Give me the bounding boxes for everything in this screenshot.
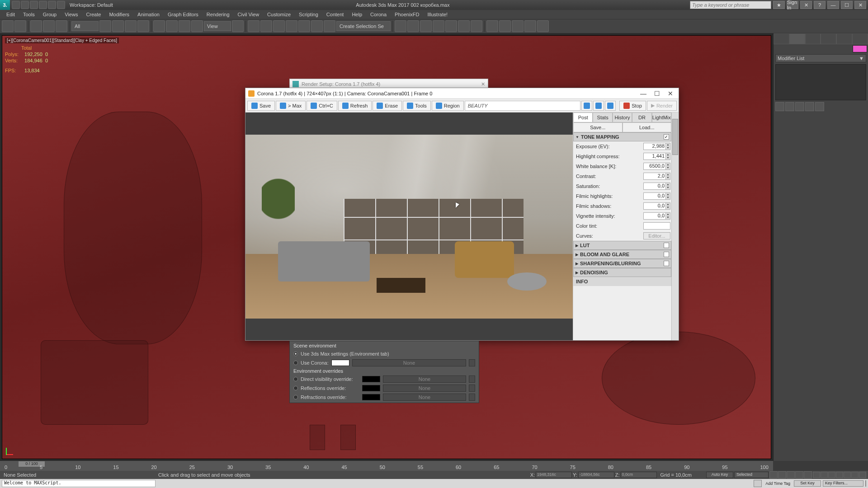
display-tab[interactable] bbox=[836, 33, 852, 44]
show-end-result-icon[interactable] bbox=[785, 102, 794, 111]
vfb-post-save-button[interactable]: Save... bbox=[573, 122, 623, 132]
tone-mapping-checkbox[interactable]: ✓ bbox=[664, 134, 669, 140]
manipulate-icon[interactable] bbox=[248, 20, 259, 32]
nav-fov-icon[interactable] bbox=[844, 472, 851, 478]
select-object-icon[interactable] bbox=[99, 20, 111, 32]
vfb-titlebar[interactable]: Corona 1.7 (hotfix 4) | 724×407px (1:1) … bbox=[245, 88, 679, 99]
highlight-spinner[interactable]: 1,441▲▼ bbox=[643, 153, 670, 160]
transform-type-icon[interactable] bbox=[521, 471, 529, 479]
vfb-post-load-button[interactable]: Load... bbox=[623, 122, 672, 132]
keyfilters-button[interactable]: Key Filters... bbox=[823, 480, 863, 487]
render-production-icon[interactable] bbox=[512, 20, 524, 32]
bloom-header[interactable]: ▶BLOOM AND GLARE bbox=[573, 250, 671, 259]
vfb-copy-button[interactable]: Ctrl+C bbox=[307, 101, 337, 111]
configure-sets-icon[interactable] bbox=[815, 102, 824, 111]
rendered-frame-icon[interactable] bbox=[499, 20, 511, 32]
ref-coord-dropdown[interactable]: View bbox=[204, 21, 231, 31]
nav-zoom-ext-icon[interactable] bbox=[836, 472, 843, 478]
viewport-label[interactable]: [+][CoronaCamera001][Standard][Clay + Ed… bbox=[5, 38, 119, 43]
lut-header[interactable]: ▶LUT bbox=[573, 241, 671, 250]
menu-group[interactable]: Group bbox=[39, 11, 61, 18]
y-coord-field[interactable]: -18804,56c bbox=[578, 472, 614, 478]
nav2-7-icon[interactable] bbox=[865, 486, 866, 487]
object-color-swatch[interactable] bbox=[853, 45, 867, 52]
filmic-highlights-spinner[interactable]: 0,0▲▼ bbox=[643, 192, 670, 200]
corona-env-map[interactable]: None bbox=[352, 359, 466, 366]
vfb-to-max-button[interactable]: > Max bbox=[276, 101, 306, 111]
x-coord-field[interactable]: 1948,316c bbox=[536, 472, 572, 478]
motion-tab[interactable] bbox=[821, 33, 836, 44]
lut-checkbox[interactable] bbox=[664, 243, 669, 248]
render-setup-close-icon[interactable]: ✕ bbox=[481, 81, 485, 87]
select-name-icon[interactable] bbox=[112, 20, 124, 32]
remove-modifier-icon[interactable] bbox=[805, 102, 814, 111]
qat-save-icon[interactable] bbox=[30, 1, 38, 9]
close-button[interactable]: ✕ bbox=[854, 1, 866, 9]
maxscript-listener[interactable]: Welcome to MAXScript. bbox=[2, 480, 156, 487]
tone-mapping-header[interactable]: ▼TONE MAPPING✓ bbox=[573, 132, 671, 141]
infocenter-icon[interactable]: ★ bbox=[773, 1, 785, 9]
refl-swatch[interactable] bbox=[362, 385, 380, 391]
sharpening-header[interactable]: ▶SHARPENING/BLURRING bbox=[573, 259, 671, 268]
z-coord-field[interactable]: 0,0cm bbox=[621, 472, 657, 478]
nav-maximize-icon[interactable] bbox=[859, 472, 866, 478]
vfb-region-button[interactable]: Region bbox=[432, 101, 464, 111]
denoising-header[interactable]: ▶DENOISING bbox=[573, 268, 671, 277]
vfb-zoom-fit-icon[interactable] bbox=[581, 101, 592, 111]
menu-illustrate[interactable]: Illustrate! bbox=[424, 11, 452, 18]
placement-icon[interactable] bbox=[191, 20, 203, 32]
menu-civilview[interactable]: Civil View bbox=[234, 11, 263, 18]
qat-project-icon[interactable] bbox=[57, 1, 65, 9]
vfb-zoom-100-icon[interactable] bbox=[593, 101, 604, 111]
qat-open-icon[interactable] bbox=[21, 1, 29, 9]
filmic-shadows-spinner[interactable]: 0,0▲▼ bbox=[643, 202, 670, 210]
vfb-minimize-button[interactable]: — bbox=[638, 89, 649, 98]
vfb-tab-stats[interactable]: Stats bbox=[593, 113, 612, 122]
vfb-tab-post[interactable]: Post bbox=[573, 113, 593, 122]
vfb-zoom-region-icon[interactable] bbox=[605, 101, 616, 111]
menu-customize[interactable]: Customize bbox=[264, 11, 294, 18]
rotate-icon[interactable] bbox=[166, 20, 178, 32]
autokey-button[interactable]: Auto Key bbox=[706, 472, 733, 478]
refr-swatch[interactable] bbox=[362, 394, 380, 400]
maximize-button[interactable]: ☐ bbox=[841, 1, 853, 9]
align-icon[interactable] bbox=[407, 20, 419, 32]
hierarchy-tab[interactable] bbox=[805, 33, 821, 44]
refl-dropdown[interactable] bbox=[469, 385, 475, 392]
next-frame-icon[interactable] bbox=[795, 471, 803, 479]
menu-views[interactable]: Views bbox=[61, 11, 81, 18]
saturation-spinner[interactable]: 0,0▲▼ bbox=[643, 183, 670, 190]
nav-zoom-all-icon[interactable] bbox=[828, 472, 835, 478]
nav-orbit-icon[interactable] bbox=[851, 472, 859, 478]
vfb-channel-dropdown[interactable]: BEAUTY bbox=[465, 101, 581, 111]
vfb-scrollbar[interactable] bbox=[671, 113, 679, 340]
vignette-spinner[interactable]: 0,0▲▼ bbox=[643, 212, 670, 220]
vfb-close-button[interactable]: ✕ bbox=[665, 89, 676, 98]
a360-icon[interactable] bbox=[537, 20, 549, 32]
spinner-snap-icon[interactable] bbox=[311, 20, 323, 32]
nav-pan-icon[interactable] bbox=[813, 472, 820, 478]
key-mode-dropdown[interactable]: Selected bbox=[734, 472, 769, 478]
add-time-tag[interactable]: Add Time Tag bbox=[764, 481, 792, 486]
refl-check[interactable] bbox=[293, 386, 298, 390]
menu-modifiers[interactable]: Modifiers bbox=[105, 11, 133, 18]
refr-map[interactable]: None bbox=[383, 394, 466, 401]
curves-editor-button[interactable]: Editor... bbox=[643, 232, 670, 239]
refr-check[interactable] bbox=[293, 395, 298, 399]
create-tab[interactable] bbox=[774, 33, 789, 44]
signin-button[interactable]: Sign In bbox=[787, 1, 798, 9]
move-icon[interactable] bbox=[153, 20, 165, 32]
vfb-tab-dr[interactable]: DR bbox=[632, 113, 651, 122]
setkey-button[interactable]: Set Key bbox=[794, 480, 821, 487]
bloom-checkbox[interactable] bbox=[664, 252, 669, 257]
help-search-input[interactable] bbox=[690, 1, 771, 9]
vfb-refresh-button[interactable]: Refresh bbox=[338, 101, 372, 111]
menu-corona[interactable]: Corona bbox=[367, 11, 390, 18]
qat-redo-icon[interactable] bbox=[48, 1, 56, 9]
vfb-tab-history[interactable]: History bbox=[613, 113, 632, 122]
qat-new-icon[interactable] bbox=[12, 1, 20, 9]
exposure-spinner[interactable]: 2,988▲▼ bbox=[643, 143, 670, 150]
qat-undo-icon[interactable] bbox=[39, 1, 47, 9]
link-icon[interactable] bbox=[30, 20, 42, 32]
keyboard-shortcut-icon[interactable] bbox=[260, 20, 272, 32]
